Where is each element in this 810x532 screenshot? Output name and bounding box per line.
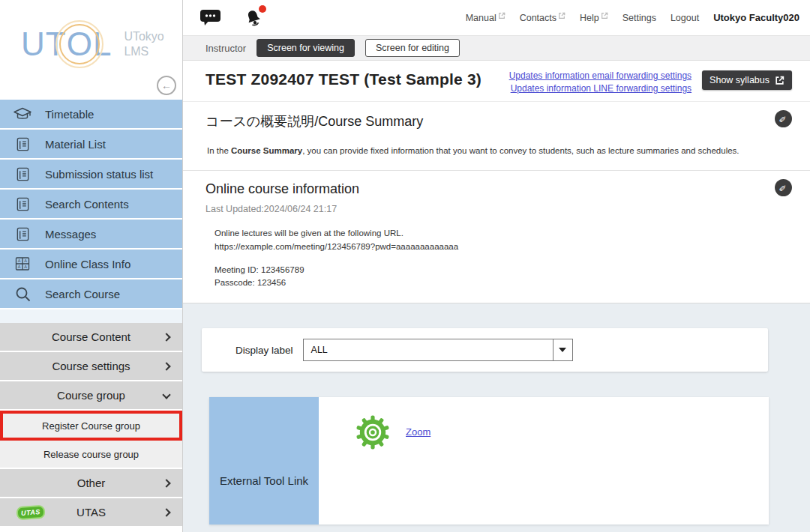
external-tool-link-panel: External Tool Link xyxy=(209,397,319,525)
online-course-info-heading: Online course information xyxy=(206,181,788,197)
sidebar: UTOL UTokyo LMS ← Timetable Material Lis… xyxy=(0,0,183,532)
passcode-label: Passcode: 123456 xyxy=(214,276,788,290)
settings-link[interactable]: Settings xyxy=(622,13,656,23)
sidebar-item-label: UTAS xyxy=(76,506,106,519)
last-updated-label: Last Updated:2024/06/24 21:17 xyxy=(206,204,788,214)
logo-area: UTOL UTokyo LMS ← xyxy=(0,0,182,100)
document-list-icon xyxy=(11,226,34,242)
notification-bell-icon[interactable] xyxy=(243,7,264,28)
sidebar-item-label: Online Class Info xyxy=(45,258,130,270)
sidebar-item-label: Register Course group xyxy=(42,420,140,432)
course-summary-section: コースの概要説明/Course Summary ✎ In the Course … xyxy=(183,101,810,170)
sidebar-item-label: Other xyxy=(77,477,106,489)
screen-for-viewing-tab[interactable]: Screen for viewing xyxy=(256,39,355,57)
sidebar-item-label: Messages xyxy=(45,228,96,241)
course-summary-heading: コースの概要説明/Course Summary xyxy=(206,112,788,130)
help-link[interactable]: Help xyxy=(580,13,608,23)
chevron-right-icon xyxy=(162,508,170,516)
top-links: Manual Contacts Help Settings Logout Uto… xyxy=(466,12,800,23)
display-label-text: Display label xyxy=(236,345,293,356)
search-icon xyxy=(11,285,34,303)
external-tool-link-row: External Tool Link xyxy=(209,397,769,525)
utol-logo: UTOL UTokyo LMS xyxy=(21,25,164,63)
select-dropdown-arrow[interactable] xyxy=(553,339,572,360)
sidebar-item-register-course-group[interactable]: Register Course group xyxy=(0,411,182,441)
online-course-info-section: Online course information ✎ Last Updated… xyxy=(183,170,810,303)
external-link-icon xyxy=(558,12,566,19)
utas-logo-icon: UTAS xyxy=(16,504,45,520)
course-content-area: Display label ALL External Tool Link xyxy=(183,303,810,532)
sidebar-gap xyxy=(0,309,182,323)
display-label-selected-value: ALL xyxy=(311,345,328,355)
chevron-right-icon xyxy=(162,362,170,370)
class-grid-icon: AAAA xyxy=(11,256,34,271)
sidebar-item-timetable[interactable]: Timetable xyxy=(0,100,182,130)
edit-online-course-info-button[interactable]: ✎ xyxy=(775,179,792,196)
messages-bubble-icon[interactable] xyxy=(200,8,222,27)
logo-o-ring: O xyxy=(67,25,93,63)
sidebar-item-label: Release course group xyxy=(44,449,139,460)
sidebar-item-label: Course settings xyxy=(52,360,130,372)
document-list-icon xyxy=(11,136,34,152)
screen-for-editing-tab[interactable]: Screen for editing xyxy=(365,39,460,57)
screen-mode-bar: Instructor Screen for viewing Screen for… xyxy=(183,36,810,61)
logout-link[interactable]: Logout xyxy=(670,13,699,23)
sidebar-item-messages[interactable]: Messages xyxy=(0,220,182,250)
show-syllabus-button[interactable]: Show syllabus xyxy=(702,70,792,90)
course-title: TEST Z092407 TEST (Test Sample 3) xyxy=(206,70,509,88)
forwarding-links: Updates information email forwarding set… xyxy=(509,70,692,94)
sidebar-item-label: Timetable xyxy=(45,108,94,121)
sidebar-item-label: Material List xyxy=(45,138,106,151)
zoom-tool-link[interactable]: Zoom xyxy=(406,426,430,438)
svg-text:A: A xyxy=(18,265,21,269)
external-link-icon xyxy=(601,12,608,19)
sidebar-item-online-class-info[interactable]: AAAA Online Class Info xyxy=(0,250,182,279)
document-list-icon xyxy=(11,166,34,182)
zoom-gear-icon xyxy=(355,414,391,450)
svg-text:A: A xyxy=(24,265,27,269)
online-course-info-body: Online lectures will be given at the fol… xyxy=(206,227,788,290)
sidebar-item-search-course[interactable]: Search Course xyxy=(0,279,182,309)
manual-link[interactable]: Manual xyxy=(466,13,506,23)
username-label: Utokyo Faculty020 xyxy=(713,12,800,23)
external-tool-link-label: External Tool Link xyxy=(209,474,319,487)
external-tool-link-content: Zoom xyxy=(319,397,769,525)
graduation-cap-icon xyxy=(11,106,34,121)
email-forwarding-settings-link[interactable]: Updates information email forwarding set… xyxy=(509,70,692,81)
sidebar-item-label: Search Contents xyxy=(45,198,129,211)
display-label-select[interactable]: ALL xyxy=(303,339,573,361)
meeting-id-label: Meeting ID: 123456789 xyxy=(214,264,788,277)
course-header: TEST Z092407 TEST (Test Sample 3) Update… xyxy=(183,61,810,101)
main-content: Manual Contacts Help Settings Logout Uto… xyxy=(183,0,810,532)
sidebar-item-label: Course Content xyxy=(52,330,130,343)
chevron-down-icon xyxy=(162,390,170,399)
utol-logo-text: UTOL xyxy=(21,25,112,63)
sidebar-collapse-button[interactable]: ← xyxy=(157,76,176,95)
sidebar-item-course-group[interactable]: Course group xyxy=(0,381,182,411)
sidebar-item-course-settings[interactable]: Course settings xyxy=(0,352,182,381)
online-info-line: Online lectures will be given at the fol… xyxy=(214,227,788,241)
online-meeting-url: https://example.com/meeting/123456789?pw… xyxy=(214,241,788,254)
sidebar-item-search-contents[interactable]: Search Contents xyxy=(0,190,182,220)
utol-logo-subtext: UTokyo LMS xyxy=(124,29,164,59)
document-list-icon xyxy=(11,196,34,212)
app-window: UTOL UTokyo LMS ← Timetable Material Lis… xyxy=(0,0,810,532)
edit-course-summary-button[interactable]: ✎ xyxy=(775,110,792,127)
sidebar-item-submission-status[interactable]: Submission status list xyxy=(0,160,182,190)
line-forwarding-settings-link[interactable]: Updates information LINE forwarding sett… xyxy=(511,83,692,94)
sidebar-item-material-list[interactable]: Material List xyxy=(0,130,182,160)
chevron-right-icon xyxy=(162,479,170,487)
sidebar-item-label: Submission status list xyxy=(45,168,153,181)
sidebar-item-other[interactable]: Other xyxy=(0,469,182,498)
notification-badge xyxy=(259,5,266,13)
chevron-right-icon xyxy=(162,333,170,341)
sidebar-item-utas[interactable]: UTAS UTAS xyxy=(0,498,182,528)
caret-down-icon xyxy=(559,348,566,352)
sidebar-item-release-course-group[interactable]: Release course group xyxy=(0,441,182,469)
external-link-icon xyxy=(498,12,506,19)
external-link-icon xyxy=(775,76,784,85)
sidebar-item-course-content[interactable]: Course Content xyxy=(0,323,182,352)
course-summary-description: In the Course Summary, you can provide f… xyxy=(206,146,788,155)
display-label-card: Display label ALL xyxy=(202,328,768,372)
contacts-link[interactable]: Contacts xyxy=(520,13,566,23)
